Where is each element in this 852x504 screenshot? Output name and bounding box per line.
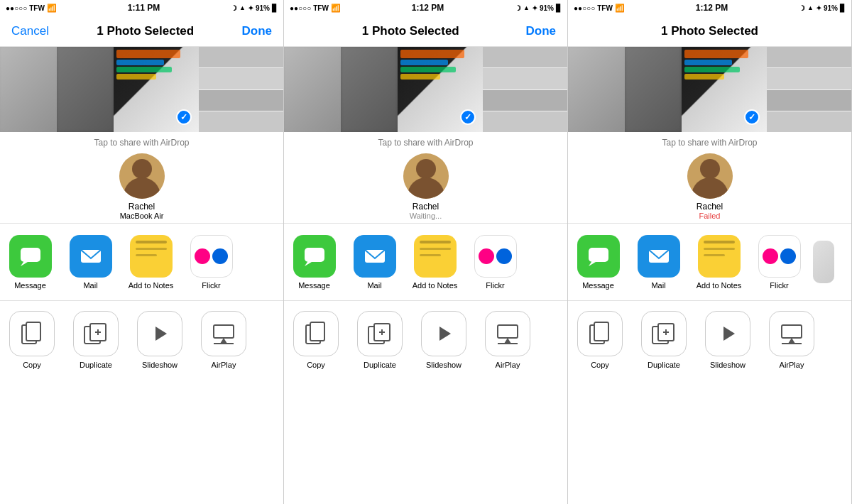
slideshow-svg-3 [715, 321, 741, 346]
bt-icon-2: ✦ [532, 4, 537, 12]
airplay-label-2: AirPlay [496, 361, 520, 369]
phone-panel-2: ●●○○○ TFW 📶 1:12 PM ☽ ▲ ✦ 91% ▊ 1 Photo … [284, 0, 568, 504]
signal-1: ●●○○○ [6, 4, 27, 12]
done-button-1[interactable]: Done [242, 24, 273, 38]
copy-label-3: Copy [591, 361, 609, 369]
photo-thumb-1a[interactable] [0, 47, 57, 132]
action-slideshow-2[interactable]: Slideshow [412, 307, 476, 373]
message-icon-1 [9, 235, 52, 278]
time-2: 1:12 PM [412, 3, 444, 13]
action-duplicate-1[interactable]: Duplicate [64, 307, 128, 373]
photo-thumb-2c[interactable]: ✓ [398, 47, 483, 132]
share-partial-3[interactable] [809, 229, 838, 295]
mail-svg-1 [78, 243, 104, 269]
action-row-3: Copy Duplicate Slideshow [568, 301, 851, 379]
action-copy-1[interactable]: Copy [0, 307, 64, 373]
avatar-2[interactable] [403, 153, 449, 199]
action-duplicate-2[interactable]: Duplicate [348, 307, 412, 373]
slideshow-svg-1 [147, 321, 173, 346]
svg-rect-26 [589, 248, 608, 262]
photo-thumb-2a[interactable] [284, 47, 341, 132]
flickr-blue-dot-2 [496, 248, 512, 264]
slideshow-label-3: Slideshow [710, 361, 746, 369]
duplicate-label-3: Duplicate [648, 361, 680, 369]
copy-svg-1 [21, 321, 43, 346]
svg-marker-22 [439, 327, 451, 341]
checkmark-2: ✓ [460, 109, 476, 125]
wifi-icon-3: 📶 [615, 4, 625, 13]
slideshow-label-2: Slideshow [426, 361, 462, 369]
percent-3: 91% [824, 4, 838, 12]
action-airplay-3[interactable]: AirPlay [760, 307, 824, 373]
svg-marker-11 [220, 338, 227, 344]
message-label-2: Message [298, 281, 330, 290]
avatar-body-1 [124, 177, 160, 199]
small-thumbs-1 [199, 47, 283, 132]
avatar-1[interactable] [119, 153, 165, 199]
mail-icon-3 [638, 235, 680, 278]
status-bar-1: ●●○○○ TFW 📶 1:11 PM ☽ ▲ ✦ 91% ▊ [0, 0, 283, 16]
action-airplay-2[interactable]: AirPlay [476, 307, 540, 373]
share-flickr-3[interactable]: Flickr [749, 229, 809, 295]
share-message-3[interactable]: Message [568, 229, 628, 295]
status-bar-2: ●●○○○ TFW 📶 1:12 PM ☽ ▲ ✦ 91% ▊ [284, 0, 567, 16]
copy-svg-2 [305, 321, 327, 346]
partial-icon-3 [813, 241, 834, 283]
svg-rect-4 [26, 322, 40, 341]
mail-icon-1 [70, 235, 112, 278]
photo-thumb-2b[interactable] [341, 47, 398, 132]
photo-thumb-3c[interactable]: ✓ [682, 47, 767, 132]
action-slideshow-3[interactable]: Slideshow [696, 307, 760, 373]
photo-thumb-3b[interactable] [625, 47, 682, 132]
svg-rect-13 [305, 248, 324, 262]
slideshow-icon-1 [137, 311, 182, 356]
bt-icon-3: ✦ [816, 4, 821, 12]
message-icon-3 [577, 235, 620, 278]
copy-icon-3 [577, 311, 623, 356]
photos-strip-3: ✓ [568, 47, 851, 132]
airdrop-text-2: Tap to share with AirDrop [378, 138, 473, 148]
message-label-1: Message [14, 281, 46, 290]
svg-rect-23 [498, 325, 518, 338]
status-left-1: ●●○○○ TFW 📶 [6, 4, 57, 13]
flickr-label-2: Flickr [486, 281, 504, 290]
flickr-pink-dot-1 [195, 248, 210, 264]
photo-thumb-3a[interactable] [568, 47, 625, 132]
share-message-2[interactable]: Message [284, 229, 344, 295]
duplicate-icon-3 [641, 311, 687, 356]
copy-label-1: Copy [23, 361, 41, 369]
svg-marker-24 [504, 338, 511, 344]
photo-thumb-1c[interactable]: ✓ [114, 47, 199, 132]
avatar-3[interactable] [687, 153, 733, 199]
airdrop-text-1: Tap to share with AirDrop [94, 138, 189, 148]
share-flickr-2[interactable]: Flickr [465, 229, 525, 295]
action-slideshow-1[interactable]: Slideshow [128, 307, 192, 373]
moon-icon-3: ☽ [799, 4, 805, 12]
share-mail-2[interactable]: Mail [344, 229, 405, 295]
share-mail-3[interactable]: Mail [628, 229, 689, 295]
mail-label-2: Mail [367, 281, 381, 290]
avatar-head-2 [416, 159, 436, 179]
avatar-head-1 [132, 159, 152, 179]
action-copy-2[interactable]: Copy [284, 307, 348, 373]
flickr-blue-dot-3 [780, 248, 796, 264]
share-notes-3[interactable]: Add to Notes [689, 229, 749, 295]
share-notes-2[interactable]: Add to Notes [405, 229, 465, 295]
flickr-icon-1 [190, 235, 233, 278]
svg-rect-30 [594, 322, 608, 341]
share-notes-1[interactable]: Add to Notes [121, 229, 181, 295]
status-left-3: ●●○○○ TFW 📶 [574, 4, 625, 13]
status-right-1: ☽ ▲ ✦ 91% ▊ [231, 4, 278, 12]
flickr-pink-dot-2 [479, 248, 494, 264]
done-button-2[interactable]: Done [525, 24, 556, 38]
flickr-blue-dot-1 [212, 248, 228, 264]
cancel-button-1[interactable]: Cancel [11, 24, 49, 38]
share-message-1[interactable]: Message [0, 229, 60, 295]
action-airplay-1[interactable]: AirPlay [192, 307, 256, 373]
action-duplicate-3[interactable]: Duplicate [632, 307, 696, 373]
share-flickr-1[interactable]: Flickr [181, 229, 241, 295]
action-copy-3[interactable]: Copy [568, 307, 632, 373]
slideshow-icon-2 [421, 311, 466, 356]
share-mail-1[interactable]: Mail [60, 229, 121, 295]
photo-thumb-1b[interactable] [57, 47, 114, 132]
